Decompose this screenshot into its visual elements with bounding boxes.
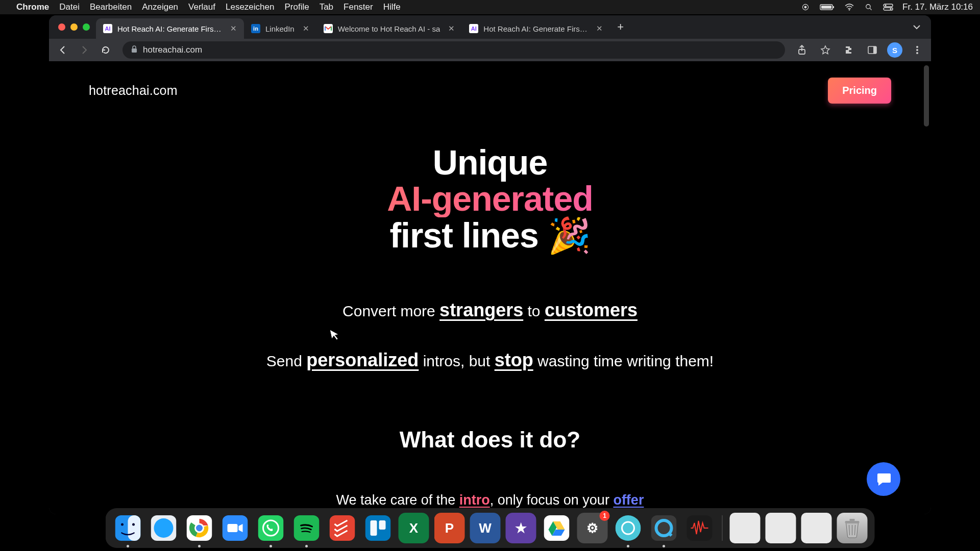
pricing-button[interactable]: Pricing (828, 78, 891, 104)
link-intro[interactable]: intro (459, 492, 490, 508)
wifi-icon[interactable] (844, 4, 854, 11)
close-tab-button[interactable]: ✕ (230, 24, 237, 33)
close-tab-button[interactable]: ✕ (448, 24, 455, 33)
battery-icon[interactable] (820, 4, 835, 11)
trash-icon[interactable] (837, 513, 868, 543)
close-tab-button[interactable]: ✕ (596, 24, 603, 33)
svg-rect-31 (258, 515, 284, 541)
subheading-1: Convert more strangers to customers (49, 299, 931, 321)
search-icon[interactable] (864, 4, 874, 11)
tab-title: Hot Reach AI: Generate First L (117, 24, 222, 33)
browser-tab[interactable]: AIHot Reach AI: Generate First L✕ (96, 18, 244, 39)
hero-heading: Unique AI-generated first lines 🎉 (49, 144, 931, 254)
tab-title: Hot Reach AI: Generate First L (483, 24, 588, 33)
brand-logo-text[interactable]: hotreachai.com (89, 83, 178, 98)
svg-rect-37 (371, 520, 377, 536)
menubar-item[interactable]: Datei (59, 2, 80, 12)
dock-app-whatsapp[interactable] (256, 513, 286, 543)
dock-minimized-window[interactable] (730, 513, 761, 543)
sidepanel-button[interactable] (864, 41, 881, 59)
dock-app-spotify[interactable] (291, 513, 322, 543)
menubar-item[interactable]: Verlauf (188, 2, 215, 12)
dock-minimized-window[interactable] (801, 513, 832, 543)
menubar-item[interactable]: Fenster (344, 2, 373, 12)
hero-line-2: AI-generated (49, 181, 931, 217)
dock-app-drive[interactable] (542, 513, 572, 543)
fullscreen-window-button[interactable] (83, 23, 90, 31)
menubar-item[interactable]: Lesezeichen (226, 2, 274, 12)
running-indicator (305, 545, 308, 547)
close-window-button[interactable] (58, 23, 65, 31)
menubar-item[interactable]: Hilfe (383, 2, 401, 12)
dock-app-settings[interactable]: ⚙1 (577, 513, 608, 543)
reload-button[interactable] (97, 41, 114, 59)
window-controls (58, 23, 90, 31)
menubar-item[interactable]: Profile (284, 2, 309, 12)
svg-point-9 (885, 5, 887, 6)
minimize-window-button[interactable] (70, 23, 78, 31)
tab-search-button[interactable] (902, 22, 931, 32)
lock-icon (131, 45, 138, 56)
vertical-scrollbar[interactable] (924, 65, 929, 127)
svg-rect-15 (873, 46, 876, 54)
dock-app-trello[interactable] (363, 513, 394, 543)
svg-rect-46 (850, 519, 855, 521)
close-tab-button[interactable]: ✕ (303, 24, 309, 33)
browser-tab[interactable]: AIHot Reach AI: Generate First L✕ (462, 18, 610, 39)
new-tab-button[interactable]: + (610, 20, 631, 34)
extensions-button[interactable] (840, 41, 857, 59)
menubar-item[interactable]: Tab (320, 2, 333, 12)
omnibox[interactable]: hotreachai.com (122, 41, 785, 59)
hero-line-3: first lines 🎉 (49, 217, 931, 254)
menubar-clock[interactable]: Fr. 17. März 10:16 (902, 2, 973, 12)
bookmark-button[interactable] (817, 41, 834, 59)
body-line-1: We take care of the intro, only focus on… (49, 492, 931, 508)
svg-rect-45 (845, 521, 860, 523)
svg-point-17 (916, 49, 918, 51)
dock-app-finder[interactable] (113, 513, 143, 543)
svg-rect-3 (821, 6, 831, 9)
svg-point-16 (916, 46, 918, 48)
dock-app-imovie[interactable]: ★ (506, 513, 536, 543)
section-heading: What does it do? (49, 427, 931, 453)
svg-rect-36 (365, 515, 391, 541)
browser-tab[interactable]: Welcome to Hot Reach AI - sa✕ (316, 18, 462, 39)
dock-app-excel[interactable]: X (399, 513, 429, 543)
dock-app-powerpoint[interactable]: P (434, 513, 465, 543)
dock-app-zoom[interactable] (220, 513, 251, 543)
svg-rect-4 (833, 6, 834, 8)
profile-avatar[interactable]: S (887, 42, 902, 58)
svg-point-5 (849, 9, 850, 10)
chat-fab[interactable] (867, 462, 900, 496)
tab-favicon: in (251, 24, 260, 33)
svg-point-11 (890, 8, 892, 10)
dock-app-chrome[interactable] (184, 513, 215, 543)
dock-minimized-window[interactable] (766, 513, 796, 543)
dock-app-safari[interactable] (149, 513, 179, 543)
tab-favicon: AI (469, 24, 478, 33)
browser-tab[interactable]: inLinkedIn✕ (244, 18, 316, 39)
svg-point-22 (132, 523, 135, 526)
menubar-item[interactable]: Anzeigen (142, 2, 178, 12)
link-offer[interactable]: offer (613, 492, 644, 508)
tab-title: LinkedIn (265, 24, 295, 33)
site-header: hotreachai.com Pricing (49, 61, 931, 104)
dock-app-voicememos[interactable] (684, 513, 715, 543)
dock-app-app-circle[interactable] (613, 513, 644, 543)
forward-button[interactable] (76, 41, 93, 59)
chrome-menu-button[interactable] (909, 41, 926, 59)
dock-app-todoist[interactable] (327, 513, 358, 543)
menubar-app-name[interactable]: Chrome (16, 2, 49, 12)
share-button[interactable] (793, 41, 811, 59)
control-center-icon[interactable] (883, 4, 893, 11)
url-text: hotreachai.com (143, 45, 202, 55)
back-button[interactable] (54, 41, 71, 59)
svg-point-24 (154, 518, 174, 538)
menubar-item[interactable]: Bearbeiten (90, 2, 132, 12)
svg-point-21 (121, 523, 124, 526)
dock-app-quicktime[interactable] (649, 513, 679, 543)
hero-line-1: Unique (49, 144, 931, 181)
svg-rect-39 (544, 515, 570, 541)
dock-app-word[interactable]: W (470, 513, 501, 543)
screenrecord-icon[interactable] (800, 4, 811, 11)
